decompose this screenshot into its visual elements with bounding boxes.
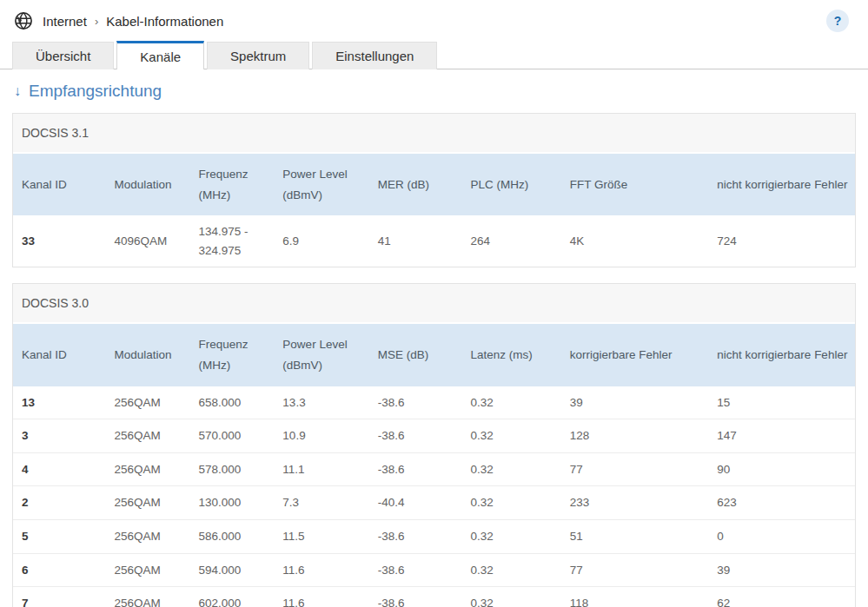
table-cell: -38.6 [369, 419, 462, 453]
column-header: korrigierbare Fehler [561, 324, 709, 386]
column-header: Frequenz (MHz) [189, 154, 274, 215]
table-cell: 7.3 [274, 486, 368, 520]
column-header: Modulation [106, 324, 190, 386]
table-cell: 11.6 [274, 587, 368, 607]
help-button[interactable]: ? [826, 10, 849, 32]
table-cell: 39 [561, 386, 709, 419]
table-cell: 11.5 [274, 520, 368, 554]
table-cell: 4096QAM [106, 215, 190, 267]
table-cell: -40.4 [369, 486, 462, 520]
table-cell: 13 [13, 386, 106, 419]
docsis30-body: 13256QAM658.00013.3-38.60.3239153256QAM5… [13, 386, 855, 607]
breadcrumb-current: Kabel-Informationen [106, 14, 223, 29]
column-header: MSE (dB) [369, 324, 462, 386]
globe-icon [14, 11, 33, 30]
table-cell: 4K [561, 215, 709, 267]
table-cell: 4 [13, 452, 106, 486]
tab-uebersicht[interactable]: Übersicht [12, 42, 114, 69]
docsis30-title: DOCSIS 3.0 [13, 284, 855, 324]
table-cell: 233 [561, 486, 709, 520]
table-row: 13256QAM658.00013.3-38.60.323915 [13, 386, 855, 419]
table-cell: 147 [708, 419, 855, 453]
table-cell: 586.000 [189, 520, 274, 554]
table-cell: 0.32 [461, 452, 560, 486]
tab-kanaele[interactable]: Kanäle [116, 41, 204, 69]
table-row: 7256QAM602.00011.6-38.60.3211862 [13, 587, 855, 607]
breadcrumb-root[interactable]: Internet [43, 14, 87, 29]
table-cell: 256QAM [106, 486, 190, 520]
table-cell: 623 [708, 486, 855, 520]
column-header: nicht korrigierbare Fehler [708, 324, 855, 386]
column-header: MER (dB) [369, 154, 462, 215]
table-cell: 0.32 [461, 486, 560, 520]
table-cell: 594.000 [189, 553, 274, 587]
docsis31-header-row: Kanal IDModulationFrequenz (MHz)Power Le… [13, 154, 855, 215]
table-cell: 0.32 [461, 419, 560, 453]
docsis30-table: DOCSIS 3.0 Kanal IDModulationFrequenz (M… [12, 283, 856, 607]
table-cell: 256QAM [106, 386, 190, 419]
column-header: Kanal ID [13, 154, 106, 215]
section-empfangsrichtung[interactable]: ↓ Empfangsrichtung [14, 82, 868, 101]
table-cell: 256QAM [106, 452, 190, 486]
column-header: Modulation [106, 154, 190, 215]
table-cell: 15 [708, 386, 855, 419]
docsis30-header-row: Kanal IDModulationFrequenz (MHz)Power Le… [13, 324, 855, 386]
docsis30-grid: Kanal IDModulationFrequenz (MHz)Power Le… [13, 324, 855, 607]
column-header-row: Kanal IDModulationFrequenz (MHz)Power Le… [13, 154, 855, 215]
column-header: Kanal ID [13, 324, 106, 386]
docsis31-title: DOCSIS 3.1 [13, 114, 855, 154]
table-cell: -38.6 [369, 553, 462, 587]
table-cell: 570.000 [189, 419, 274, 453]
column-header: Latenz (ms) [461, 324, 560, 386]
docsis31-grid: Kanal IDModulationFrequenz (MHz)Power Le… [13, 154, 855, 267]
table-cell: 77 [561, 452, 709, 486]
table-cell: 3 [13, 419, 106, 453]
table-cell: 41 [369, 215, 462, 267]
table-cell: 724 [708, 215, 855, 267]
table-cell: -38.6 [369, 386, 462, 419]
table-cell: 0.32 [461, 587, 560, 607]
table-cell: -38.6 [369, 452, 462, 486]
table-cell: 130.000 [189, 486, 274, 520]
arrow-down-icon: ↓ [14, 83, 21, 99]
table-row: 3256QAM570.00010.9-38.60.32128147 [13, 419, 855, 453]
table-cell: 33 [13, 215, 106, 267]
top-bar: Internet › Kabel-Informationen ? [0, 0, 868, 42]
tab-bar: Übersicht Kanäle Spektrum Einstellungen [0, 42, 868, 69]
table-cell: 7 [13, 587, 106, 607]
section-title: Empfangsrichtung [29, 82, 162, 101]
column-header: Power Level (dBmV) [274, 154, 368, 215]
table-cell: -38.6 [369, 520, 462, 554]
table-cell: 658.000 [189, 386, 274, 419]
table-cell: 0.32 [461, 520, 560, 554]
table-cell: 0.32 [461, 553, 560, 587]
tab-spektrum[interactable]: Spektrum [207, 42, 309, 69]
table-cell: 256QAM [106, 419, 190, 453]
table-row: 4256QAM578.00011.1-38.60.327790 [13, 452, 855, 486]
table-cell: 77 [561, 553, 709, 587]
docsis31-body: 334096QAM134.975 - 324.9756.9412644K724 [13, 215, 855, 267]
table-cell: 11.1 [274, 452, 368, 486]
table-cell: 128 [561, 419, 709, 453]
breadcrumb-separator: › [95, 15, 98, 28]
table-cell: 118 [561, 587, 709, 607]
column-header: Power Level (dBmV) [274, 324, 368, 386]
table-cell: 5 [13, 520, 106, 554]
table-cell: 13.3 [274, 386, 368, 419]
column-header: PLC (MHz) [461, 154, 560, 215]
table-cell: 256QAM [106, 520, 190, 554]
table-cell: 2 [13, 486, 106, 520]
table-cell: 10.9 [274, 419, 368, 453]
help-icon: ? [834, 14, 842, 28]
table-cell: 90 [708, 452, 855, 486]
table-cell: 578.000 [189, 452, 274, 486]
table-cell: 602.000 [189, 587, 274, 607]
table-cell: 256QAM [106, 587, 190, 607]
table-cell: 6 [13, 553, 106, 587]
table-cell: -38.6 [369, 587, 462, 607]
column-header-row: Kanal IDModulationFrequenz (MHz)Power Le… [13, 324, 855, 386]
docsis31-table: DOCSIS 3.1 Kanal IDModulationFrequenz (M… [12, 113, 856, 267]
table-row: 334096QAM134.975 - 324.9756.9412644K724 [13, 215, 855, 267]
tab-einstellungen[interactable]: Einstellungen [312, 42, 437, 69]
table-cell: 264 [461, 215, 560, 267]
